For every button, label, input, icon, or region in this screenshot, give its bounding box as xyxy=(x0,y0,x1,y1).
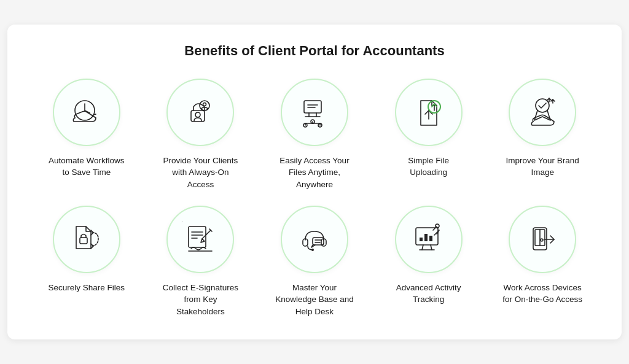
icon-circle-devices xyxy=(509,206,576,273)
icon-circle-upload xyxy=(395,79,463,146)
svg-marker-33 xyxy=(201,239,205,242)
svg-rect-39 xyxy=(313,238,324,245)
icon-circle-share xyxy=(53,206,120,273)
svg-rect-47 xyxy=(424,234,428,241)
item-label-files: Easily Access Your Files Anytime, Anywhe… xyxy=(275,155,354,191)
icon-circle-esig xyxy=(166,206,234,273)
list-item: Securely Share Files xyxy=(32,206,141,318)
item-label-devices: Work Across Devices for On-the-Go Access xyxy=(502,282,582,306)
icon-circle-brand xyxy=(509,79,576,146)
page-title: Benefits of Client Portal for Accountant… xyxy=(32,43,597,59)
svg-point-4 xyxy=(195,112,200,117)
item-label-share: Securely Share Files xyxy=(49,282,125,294)
svg-rect-28 xyxy=(189,227,206,247)
file-upload-icon xyxy=(411,95,447,130)
headset-chat-icon xyxy=(297,222,332,257)
device-exit-icon xyxy=(525,222,560,257)
main-card: Benefits of Client Portal for Accountant… xyxy=(7,25,622,339)
list-item: Provide Your Clients with Always-On Acce… xyxy=(146,79,256,191)
chart-tools-icon xyxy=(411,222,447,257)
list-item: Advanced Activity Tracking xyxy=(374,206,483,318)
icon-circle-tracking xyxy=(395,206,463,273)
file-network-icon xyxy=(297,95,332,130)
svg-point-6 xyxy=(203,103,206,106)
file-lock-share-icon xyxy=(69,222,104,257)
item-label-tracking: Advanced Activity Tracking xyxy=(389,282,469,306)
svg-line-44 xyxy=(431,245,432,250)
item-label-brand: Improve Your Brand Image xyxy=(502,155,582,179)
item-label-knowledge: Master Your Knowledge Base and Help Desk xyxy=(275,282,354,318)
item-label-access: Provide Your Clients with Always-On Acce… xyxy=(160,155,240,191)
icon-circle-files xyxy=(281,79,348,146)
lock-person-icon xyxy=(182,95,218,130)
icon-circle-knowledge xyxy=(281,206,348,273)
item-label-upload: Simple File Uploading xyxy=(389,155,469,179)
benefits-grid: Automate Workflows to Save Time xyxy=(32,79,597,317)
item-label-esig: Collect E-Signatures from Key Stakeholde… xyxy=(160,282,240,318)
award-hand-icon xyxy=(525,95,560,130)
list-item: Work Across Devices for On-the-Go Access xyxy=(488,206,597,318)
item-label-automate: Automate Workflows to Save Time xyxy=(47,155,127,179)
svg-line-43 xyxy=(422,245,423,250)
svg-line-32 xyxy=(202,230,211,239)
icon-circle-automate xyxy=(53,79,120,146)
list-item: Master Your Knowledge Base and Help Desk xyxy=(260,206,369,318)
list-item: Improve Your Brand Image xyxy=(488,79,597,191)
clock-hand-icon xyxy=(69,95,104,130)
svg-rect-48 xyxy=(429,236,432,241)
list-item: Automate Workflows to Save Time xyxy=(32,79,141,191)
svg-rect-46 xyxy=(420,238,423,241)
list-item: Easily Access Your Files Anytime, Anywhe… xyxy=(260,79,369,191)
signature-icon xyxy=(182,222,218,257)
icon-circle-access xyxy=(166,79,234,146)
list-item: Simple File Uploading xyxy=(374,79,483,191)
svg-rect-27 xyxy=(80,238,87,244)
list-item: Collect E-Signatures from Key Stakeholde… xyxy=(146,206,256,318)
svg-rect-7 xyxy=(304,101,321,113)
svg-point-55 xyxy=(541,239,543,241)
svg-point-50 xyxy=(436,224,439,228)
svg-point-38 xyxy=(311,249,314,251)
